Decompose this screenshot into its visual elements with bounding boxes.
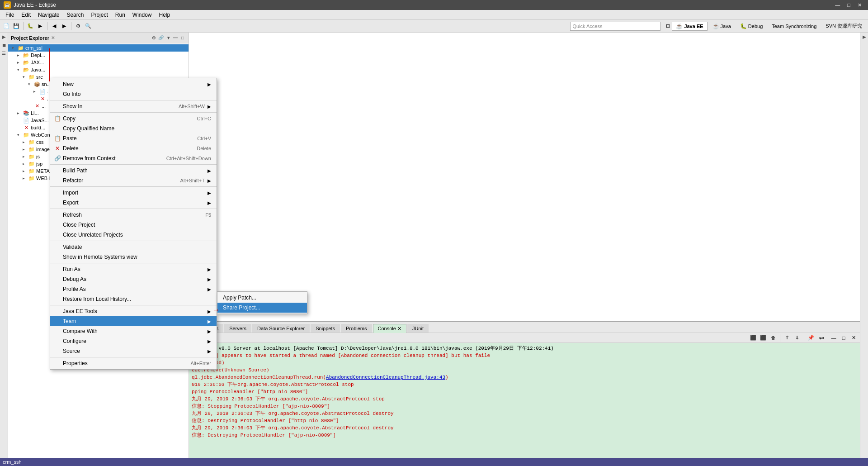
left-icon-3[interactable]: ☰ bbox=[0, 51, 8, 58]
ctx-debug-as[interactable]: Debug As ▶ bbox=[50, 274, 217, 284]
console-link-1[interactable]: AbandonedConnectionCleanupThread.java:43 bbox=[326, 375, 445, 380]
ctx-team[interactable]: Team ▶ bbox=[50, 316, 217, 326]
perspective-svn[interactable]: SVN 资源库研究 bbox=[821, 21, 866, 31]
ctx-build-path-label: Build Path bbox=[63, 167, 205, 174]
ctx-export-label: Export bbox=[63, 200, 205, 206]
console-scroll-bottom[interactable]: ⇓ bbox=[793, 333, 802, 342]
maximize-button[interactable]: □ bbox=[844, 1, 853, 9]
console-pin-button[interactable]: 📌 bbox=[807, 333, 816, 342]
left-icon-2[interactable]: ◼ bbox=[0, 43, 8, 50]
tab-console[interactable]: Console ✕ bbox=[373, 324, 406, 333]
save-button[interactable]: 💾 bbox=[12, 22, 21, 31]
tab-problems[interactable]: Problems bbox=[341, 324, 372, 333]
ctx-paste[interactable]: 📋 Paste Ctrl+V bbox=[50, 133, 217, 143]
perspective-javaee[interactable]: ☕ Java EE bbox=[672, 22, 707, 31]
menu-window[interactable]: Window bbox=[129, 11, 156, 19]
menu-edit[interactable]: Edit bbox=[18, 11, 34, 19]
ctx-refresh[interactable]: Refresh F5 bbox=[50, 210, 217, 220]
ctx-source[interactable]: Source ▶ bbox=[50, 346, 217, 356]
ctx-go-into[interactable]: Go Into bbox=[50, 89, 217, 99]
toolbar-btn-1[interactable]: ⚙ bbox=[74, 22, 83, 31]
team-share-project[interactable]: Share Project... bbox=[217, 303, 307, 313]
console-word-wrap[interactable]: ⮒ bbox=[816, 333, 826, 342]
ctx-show-remote[interactable]: Show in Remote Systems view bbox=[50, 252, 217, 262]
new-button[interactable]: 📄 bbox=[2, 22, 11, 31]
ctx-configure[interactable]: Configure ▶ bbox=[50, 336, 217, 346]
ctx-copy[interactable]: 📋 Copy Ctrl+C bbox=[50, 114, 217, 124]
perspective-java[interactable]: ☕ Java bbox=[708, 22, 735, 31]
ctx-copy-qualified[interactable]: Copy Qualified Name bbox=[50, 124, 217, 133]
ctx-refactor[interactable]: Refactor Alt+Shift+T ▶ bbox=[50, 176, 217, 185]
tree-arrow-jax: ▸ bbox=[17, 60, 23, 65]
perspective-debug[interactable]: 🐛 Debug bbox=[736, 22, 767, 31]
perspective-team-sync[interactable]: Team Synchronizing bbox=[768, 22, 821, 30]
left-icon-1[interactable]: ▶ bbox=[0, 34, 8, 42]
minimize-button[interactable]: — bbox=[832, 1, 843, 9]
menu-project[interactable]: Project bbox=[87, 11, 111, 19]
back-button[interactable]: ◀ bbox=[50, 22, 59, 31]
ctx-close-project[interactable]: Close Project bbox=[50, 220, 217, 230]
console-line-4: ql.jdbc.AbandonedConnectionCleanupThread… bbox=[192, 374, 857, 381]
ctx-compare-with[interactable]: Compare With ▶ bbox=[50, 326, 217, 336]
ctx-compare-with-arrow: ▶ bbox=[208, 329, 211, 334]
ctx-export[interactable]: Export ▶ bbox=[50, 198, 217, 208]
console-clear-button[interactable]: 🗑 bbox=[769, 333, 778, 342]
tree-label-javas: JavaS... bbox=[31, 118, 49, 123]
ctx-sep-3 bbox=[50, 164, 217, 165]
maximize-view-button[interactable]: □ bbox=[179, 35, 186, 41]
ctx-validate[interactable]: Validate bbox=[50, 242, 217, 252]
console-disconnect-button[interactable]: ⬛ bbox=[759, 333, 768, 342]
ctx-javaee-tools[interactable]: Java EE Tools ▶ bbox=[50, 306, 217, 316]
right-icon-1[interactable]: ▶ bbox=[861, 34, 868, 42]
forward-button[interactable]: ▶ bbox=[60, 22, 69, 31]
run-button[interactable]: ▶ bbox=[36, 22, 45, 31]
tree-item-depl[interactable]: ▸ 📂 Depl... bbox=[8, 52, 189, 59]
link-with-editor-button[interactable]: 🔗 bbox=[158, 35, 164, 41]
menu-run[interactable]: Run bbox=[112, 11, 129, 19]
team-apply-patch[interactable]: Apply Patch... bbox=[217, 293, 307, 303]
ctx-remove-context[interactable]: 🔗 Remove from Context Ctrl+Alt+Shift+Dow… bbox=[50, 153, 217, 163]
toolbar-btn-2[interactable]: 🔍 bbox=[84, 22, 93, 31]
tab-servers[interactable]: Servers bbox=[224, 324, 251, 333]
ctx-build-path[interactable]: Build Path ▶ bbox=[50, 166, 217, 176]
menu-help[interactable]: Help bbox=[156, 11, 174, 19]
console-scroll-top[interactable]: ⇑ bbox=[783, 333, 792, 342]
ctx-configure-label: Configure bbox=[63, 338, 205, 344]
tree-label-li: Li... bbox=[31, 110, 39, 116]
menu-navigate[interactable]: Navigate bbox=[34, 11, 63, 19]
menu-search[interactable]: Search bbox=[63, 11, 87, 19]
console-stop-button[interactable]: ⬛ bbox=[749, 333, 758, 342]
minimize-view-button[interactable]: — bbox=[172, 35, 179, 41]
folder-icon-images: 📁 bbox=[28, 146, 35, 152]
close-button[interactable]: ✕ bbox=[855, 1, 864, 9]
console-maximize-button[interactable]: □ bbox=[839, 333, 848, 342]
menu-file[interactable]: File bbox=[2, 11, 18, 19]
ctx-restore-history[interactable]: Restore from Local History... bbox=[50, 294, 217, 304]
open-perspective-icon[interactable]: ⊞ bbox=[665, 23, 671, 29]
tab-junit[interactable]: JUnit bbox=[407, 324, 429, 333]
tree-item-java[interactable]: ▾ 📂 Java... bbox=[8, 66, 189, 73]
ctx-show-in[interactable]: Show In Alt+Shift+W ▶ bbox=[50, 101, 217, 111]
console-line-12: 信息: Destroying ProtocolHandler ["ajp-nio… bbox=[192, 432, 857, 439]
ctx-run-as[interactable]: Run As ▶ bbox=[50, 264, 217, 274]
tree-item-crm-ssl[interactable]: ▾ 📁 crm_ssl bbox=[8, 44, 189, 52]
collapse-all-button[interactable]: ⊖ bbox=[151, 35, 157, 41]
ctx-new[interactable]: New ▶ bbox=[50, 79, 217, 89]
ctx-delete[interactable]: ✕ Delete Delete bbox=[50, 143, 217, 153]
tree-item-jax[interactable]: ▸ 📂 JAX-... bbox=[8, 59, 189, 66]
tree-arrow-src: ▾ bbox=[23, 75, 28, 79]
console-line-7: 九月 29, 2019 2:36:03 下午 org.apache.coyote… bbox=[192, 395, 857, 403]
tab-datasource[interactable]: Data Source Explorer bbox=[252, 324, 310, 333]
tab-snippets[interactable]: Snippets bbox=[311, 324, 340, 333]
debug-button[interactable]: 🐛 bbox=[26, 22, 35, 31]
ctx-properties[interactable]: Properties Alt+Enter bbox=[50, 358, 217, 368]
console-close-button[interactable]: ✕ bbox=[849, 333, 858, 342]
ctx-close-unrelated[interactable]: Close Unrelated Projects bbox=[50, 230, 217, 240]
ctx-properties-shortcut: Alt+Enter bbox=[190, 361, 211, 366]
toolbar-sep-2 bbox=[47, 22, 47, 30]
ctx-profile-as[interactable]: Profile As ▶ bbox=[50, 284, 217, 294]
quick-access-box[interactable]: Quick Access bbox=[570, 22, 660, 31]
console-minimize-button[interactable]: — bbox=[829, 333, 838, 342]
ctx-import[interactable]: Import ▶ bbox=[50, 188, 217, 198]
view-menu-button[interactable]: ▾ bbox=[165, 35, 171, 41]
